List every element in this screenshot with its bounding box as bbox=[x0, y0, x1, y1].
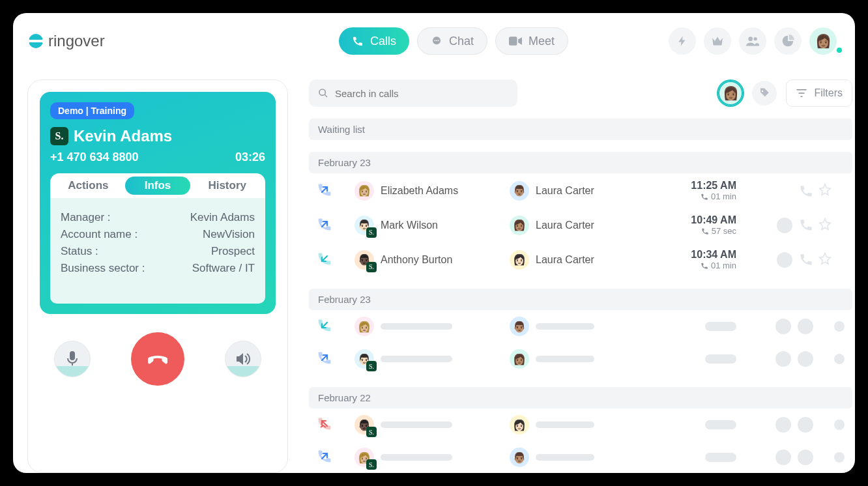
skeleton-circle bbox=[775, 450, 791, 465]
filters-button[interactable]: Filters bbox=[786, 79, 852, 107]
nav-calls[interactable]: Calls bbox=[339, 27, 409, 55]
call-time: 10:49 AM bbox=[645, 214, 736, 226]
person-avatar: 👩🏽 bbox=[510, 349, 529, 369]
section-date-1: February 23 bbox=[309, 152, 852, 173]
stats-button[interactable] bbox=[774, 27, 802, 55]
call-direction-icon bbox=[317, 448, 332, 464]
star-icon[interactable] bbox=[818, 183, 832, 196]
caller-phone: +1 470 634 8800 bbox=[50, 150, 139, 164]
info-account-label: Account name : bbox=[61, 228, 137, 241]
mute-button[interactable] bbox=[54, 341, 91, 377]
star-icon[interactable] bbox=[818, 218, 832, 231]
skeleton-circle bbox=[798, 319, 813, 334]
info-sector-value: Software / IT bbox=[192, 262, 255, 275]
skeleton-circle bbox=[834, 354, 845, 364]
person-avatar: 👩🏽 bbox=[510, 216, 529, 235]
skeleton-circle bbox=[798, 417, 813, 433]
call-row[interactable]: 👨🏻S.Mark Wilson👩🏽Laura Carter10:49 AM57 … bbox=[309, 208, 852, 242]
tab-history[interactable]: History bbox=[194, 177, 260, 195]
tag-icon bbox=[759, 87, 770, 99]
call-row[interactable]: 👨🏿S.Anthony Burton👩🏻Laura Carter10:34 AM… bbox=[309, 242, 852, 277]
agent-name: Laura Carter bbox=[536, 220, 594, 231]
list-toolbar: 👩🏽 Filters bbox=[309, 79, 852, 107]
person-avatar: 👨🏽 bbox=[510, 448, 529, 467]
filter-user-avatar[interactable]: 👩🏽 bbox=[718, 81, 743, 106]
crown-button[interactable] bbox=[704, 27, 731, 55]
person-avatar: 👨🏽 bbox=[510, 317, 529, 336]
skeleton-circle bbox=[834, 321, 845, 332]
tab-infos[interactable]: Infos bbox=[125, 177, 191, 195]
person-avatar: 👩🏼 bbox=[354, 317, 374, 336]
svg-rect-0 bbox=[29, 40, 43, 42]
person-avatar: 👨🏿S. bbox=[354, 250, 374, 270]
agent-name: Laura Carter bbox=[536, 254, 594, 266]
crm-badge-icon: S. bbox=[366, 427, 377, 437]
people-button[interactable] bbox=[739, 27, 766, 55]
mic-icon bbox=[66, 351, 79, 367]
nav-meet[interactable]: Meet bbox=[495, 27, 568, 55]
skeleton-bar bbox=[381, 356, 452, 362]
search-input[interactable] bbox=[335, 88, 508, 99]
info-status-value: Prospect bbox=[211, 245, 255, 258]
status-online-dot bbox=[835, 46, 843, 54]
search-icon bbox=[318, 88, 328, 98]
caller-name: Kevin Adams bbox=[74, 127, 172, 145]
call-direction-icon bbox=[317, 251, 332, 266]
call-direction-icon bbox=[317, 317, 332, 333]
person-avatar: 👨🏻S. bbox=[354, 349, 374, 369]
calls-skeleton-1: 👩🏼👨🏽👨🏻S.👩🏽 bbox=[309, 310, 852, 375]
body: Demo | Training S. Kevin Adams +1 470 63… bbox=[27, 79, 852, 473]
star-icon[interactable] bbox=[818, 252, 832, 265]
skeleton-bar bbox=[536, 454, 594, 461]
call-action-icon[interactable] bbox=[799, 252, 813, 266]
skeleton-bar bbox=[536, 356, 594, 362]
call-time: 11:25 AM bbox=[645, 180, 736, 192]
svg-point-2 bbox=[434, 40, 435, 41]
call-tag-badge: Demo | Training bbox=[50, 102, 134, 119]
svg-point-4 bbox=[438, 40, 439, 41]
svg-point-6 bbox=[748, 36, 753, 41]
call-duration: 03:26 bbox=[235, 150, 265, 164]
skeleton-circle bbox=[775, 319, 791, 334]
message-action[interactable] bbox=[777, 218, 792, 233]
nav-chat[interactable]: Chat bbox=[417, 27, 487, 55]
call-action-icon[interactable] bbox=[799, 218, 813, 232]
crm-badge-icon: S. bbox=[366, 361, 377, 371]
bolt-icon bbox=[676, 35, 688, 47]
svg-rect-8 bbox=[70, 351, 75, 360]
svg-point-3 bbox=[436, 40, 437, 41]
search-calls[interactable] bbox=[309, 79, 517, 107]
person-avatar: 👨🏽 bbox=[510, 181, 529, 201]
info-account-value: NewVision bbox=[203, 228, 255, 241]
call-action-icon[interactable] bbox=[799, 184, 813, 198]
bolt-button[interactable] bbox=[669, 27, 696, 55]
nav-calls-label: Calls bbox=[370, 35, 396, 48]
speaker-button[interactable] bbox=[225, 341, 261, 377]
call-row[interactable]: 👩🏼Elizabeth Adams👨🏽Laura Carter11:25 AM0… bbox=[309, 173, 852, 208]
skeleton-bar bbox=[705, 322, 736, 331]
call-time: 10:34 AM bbox=[645, 249, 736, 261]
caller-name: Mark Wilson bbox=[381, 220, 438, 231]
message-action[interactable] bbox=[777, 252, 792, 268]
person-avatar: 👩🏻 bbox=[510, 415, 529, 435]
crm-badge-icon: S. bbox=[366, 227, 377, 238]
profile-avatar[interactable]: 👩🏽 bbox=[809, 27, 837, 55]
calls-container: 👩🏼Elizabeth Adams👨🏽Laura Carter11:25 AM0… bbox=[309, 173, 852, 277]
phone-icon bbox=[352, 35, 364, 47]
info-manager-label: Manager : bbox=[61, 211, 111, 224]
svg-point-7 bbox=[754, 37, 757, 40]
brand-name: ringover bbox=[48, 32, 105, 50]
person-avatar: 👩🏼 bbox=[354, 181, 374, 201]
person-avatar: 👩🏼S. bbox=[354, 448, 374, 467]
call-list-area: 👩🏽 Filters Waiting list February 23 👩🏼El… bbox=[309, 79, 852, 473]
info-body: Manager :Kevin Adams Account name :NewVi… bbox=[50, 198, 265, 304]
ringover-logo-icon bbox=[27, 33, 44, 50]
call-card: Demo | Training S. Kevin Adams +1 470 63… bbox=[40, 92, 276, 314]
tag-filter-button[interactable] bbox=[752, 81, 777, 106]
app-window: ringover Calls Chat Meet bbox=[13, 13, 855, 473]
section-date-2: February 23 bbox=[309, 289, 852, 310]
tab-actions[interactable]: Actions bbox=[55, 177, 121, 195]
info-status-label: Status : bbox=[61, 245, 98, 258]
hangup-button[interactable] bbox=[131, 332, 184, 386]
call-duration: 01 min bbox=[645, 192, 736, 201]
